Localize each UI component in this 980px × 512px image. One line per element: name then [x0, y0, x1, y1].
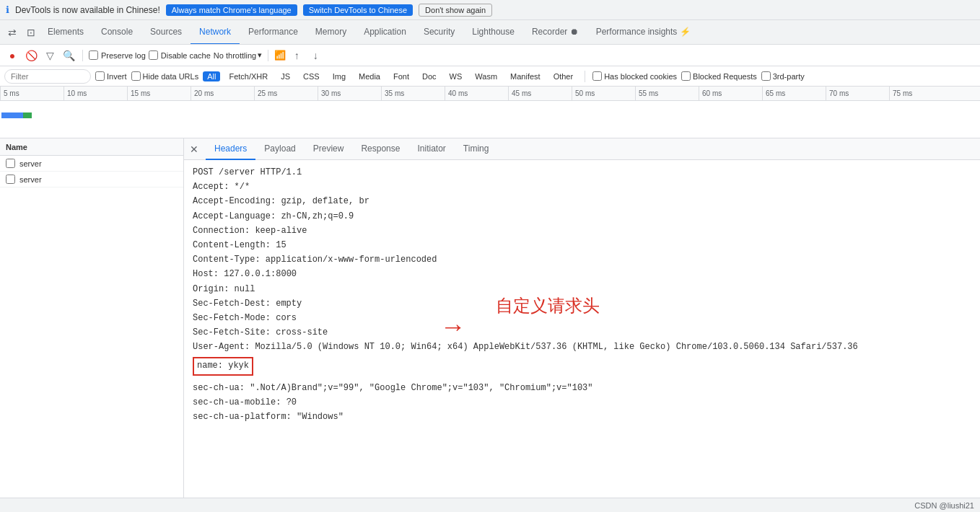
- match-language-button[interactable]: Always match Chrome's language: [166, 4, 297, 16]
- third-party-checkbox[interactable]: [761, 71, 771, 81]
- disable-cache-checkbox[interactable]: [149, 50, 158, 60]
- header-val: cors: [276, 313, 297, 323]
- detail-content: POST /server HTTP/1.1 Accept: */* Accept…: [184, 160, 980, 498]
- filter-bar: Invert Hide data URLs All Fetch/XHR JS C…: [0, 66, 980, 87]
- tab-console[interactable]: Console: [92, 20, 141, 45]
- list-item[interactable]: server: [0, 156, 183, 172]
- blocked-requests-toggle[interactable]: Blocked Requests: [681, 71, 757, 81]
- tabs-bar: ⇄ ⊡ Elements Console Sources Network Per…: [0, 20, 980, 45]
- filter-js-btn[interactable]: JS: [276, 71, 294, 81]
- disable-cache-label[interactable]: Disable cache: [149, 50, 211, 60]
- tab-preview[interactable]: Preview: [305, 138, 353, 160]
- list-item-checkbox-1[interactable]: [6, 159, 15, 168]
- filter-fetch-xhr-btn[interactable]: Fetch/XHR: [224, 71, 272, 81]
- header-val: keep-alive: [255, 226, 307, 236]
- dock-icon[interactable]: ⊡: [23, 25, 39, 40]
- tab-security[interactable]: Security: [415, 20, 463, 45]
- import-button[interactable]: ↑: [289, 48, 305, 63]
- hide-data-urls-toggle[interactable]: Hide data URLs: [131, 71, 199, 81]
- timeline-ruler: 5 ms 10 ms 15 ms 20 ms 25 ms 30 ms 35 ms…: [0, 87, 980, 101]
- tick-40ms: 40 ms: [445, 87, 508, 100]
- tick-75ms: 75 ms: [889, 87, 953, 100]
- dont-show-again-button[interactable]: Don't show again: [419, 4, 492, 17]
- hide-data-urls-label: Hide data URLs: [143, 72, 199, 81]
- tab-memory[interactable]: Memory: [307, 20, 355, 45]
- list-item-name-1: server: [19, 159, 42, 168]
- header-key: User-Agent:: [193, 342, 255, 352]
- export-button[interactable]: ↓: [307, 48, 323, 63]
- tab-initiator[interactable]: Initiator: [408, 138, 454, 160]
- tick-5ms: 5 ms: [0, 87, 64, 100]
- has-blocked-cookies-checkbox[interactable]: [592, 71, 602, 81]
- filter-wasm-btn[interactable]: Wasm: [471, 71, 502, 81]
- list-item-checkbox-2[interactable]: [6, 175, 15, 184]
- header-val: empty: [276, 299, 302, 309]
- navigate-back-icon[interactable]: ⇄: [4, 25, 20, 40]
- tab-application[interactable]: Application: [355, 20, 415, 45]
- header-key: Accept-Language:: [193, 211, 281, 221]
- header-key: Sec-Fetch-Dest:: [193, 299, 276, 309]
- tab-performance-insights[interactable]: Performance insights ⚡: [587, 20, 699, 45]
- tab-timing[interactable]: Timing: [455, 138, 498, 160]
- header-val: */*: [235, 182, 250, 192]
- header-key: Connection:: [193, 226, 255, 236]
- third-party-toggle[interactable]: 3rd-party: [761, 71, 805, 81]
- header-content-type: Content-Type: application/x-www-form-url…: [193, 253, 971, 267]
- tick-45ms: 45 ms: [508, 87, 572, 100]
- blocked-requests-checkbox[interactable]: [681, 71, 691, 81]
- filter-font-btn[interactable]: Font: [389, 71, 414, 81]
- tab-lighthouse[interactable]: Lighthouse: [463, 20, 523, 45]
- tab-headers[interactable]: Headers: [206, 138, 255, 160]
- filter-doc-btn[interactable]: Doc: [418, 71, 441, 81]
- header-val: application/x-www-form-urlencoded: [266, 255, 437, 265]
- filter-media-btn[interactable]: Media: [354, 71, 385, 81]
- custom-header-highlight: name: ykyk: [193, 357, 253, 375]
- filter-manifest-btn[interactable]: Manifest: [506, 71, 545, 81]
- throttle-select[interactable]: No throttling ▾: [214, 50, 262, 60]
- list-item[interactable]: server: [0, 172, 183, 187]
- tab-sources[interactable]: Sources: [141, 20, 191, 45]
- filter-img-btn[interactable]: Img: [328, 71, 350, 81]
- clear-button[interactable]: 🚫: [23, 48, 39, 63]
- tab-elements[interactable]: Elements: [39, 20, 92, 45]
- filter-other-btn[interactable]: Other: [549, 71, 578, 81]
- header-key: Accept-Encoding:: [193, 196, 281, 206]
- has-blocked-cookies-label: Has blocked cookies: [604, 72, 677, 81]
- filter-css-btn[interactable]: CSS: [299, 71, 324, 81]
- timeline-bar-blue: [1, 112, 23, 118]
- preserve-log-label[interactable]: Preserve log: [89, 50, 146, 60]
- header-key: Content-Length:: [193, 240, 276, 250]
- notification-text: DevTools is now available in Chinese!: [15, 5, 160, 15]
- record-button[interactable]: ●: [4, 48, 20, 63]
- filter-input[interactable]: [4, 69, 91, 84]
- tab-response[interactable]: Response: [352, 138, 408, 160]
- detail-close-button[interactable]: ✕: [187, 142, 201, 156]
- tab-performance[interactable]: Performance: [240, 20, 307, 45]
- disable-cache-text: Disable cache: [161, 51, 211, 60]
- header-val: Mozilla/5.0 (Windows NT 10.0; Win64; x64…: [255, 342, 857, 352]
- invert-checkbox[interactable]: [95, 71, 105, 81]
- header-content-length: Content-Length: 15: [193, 239, 971, 252]
- headers-content: POST /server HTTP/1.1 Accept: */* Accept…: [193, 166, 971, 424]
- header-sec-fetch-site: Sec-Fetch-Site: cross-site: [193, 326, 971, 340]
- info-icon: ℹ: [6, 4, 9, 15]
- tick-25ms: 25 ms: [254, 87, 318, 100]
- filter-all-btn[interactable]: All: [203, 71, 220, 81]
- switch-devtools-button[interactable]: Switch DevTools to Chinese: [303, 4, 413, 16]
- search-button[interactable]: 🔍: [61, 48, 76, 63]
- header-key: Host:: [193, 269, 224, 279]
- filter-icon-btn[interactable]: ▽: [42, 48, 58, 63]
- separator-1: [82, 50, 83, 61]
- tab-network[interactable]: Network: [191, 20, 240, 45]
- tick-65ms: 65 ms: [762, 87, 826, 100]
- tab-recorder[interactable]: Recorder ⏺: [523, 20, 587, 45]
- tab-payload[interactable]: Payload: [255, 138, 304, 160]
- has-blocked-cookies-toggle[interactable]: Has blocked cookies: [592, 71, 677, 81]
- hide-data-urls-checkbox[interactable]: [131, 71, 141, 81]
- filter-ws-btn[interactable]: WS: [445, 71, 467, 81]
- main-content: Name server server ✕ Headers Payload Pre…: [0, 138, 980, 498]
- preserve-log-checkbox[interactable]: [89, 50, 98, 60]
- invert-toggle[interactable]: Invert: [95, 71, 127, 81]
- timeline-bar-green: [23, 112, 32, 118]
- tick-60ms: 60 ms: [699, 87, 762, 100]
